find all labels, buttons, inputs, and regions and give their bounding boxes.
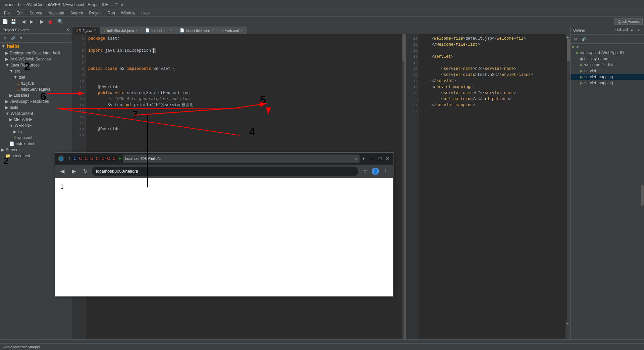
right-scroll-down[interactable]: ▼ <box>566 321 570 326</box>
toolbar-run[interactable]: ▶ <box>38 18 46 25</box>
browser-tab-close[interactable]: ✕ <box>355 157 358 161</box>
toolbar-new[interactable]: 📄 <box>1 18 9 25</box>
browser-chrome-icon-8[interactable]: C <box>112 156 117 161</box>
menu-navigate[interactable]: Navigate <box>46 10 67 16</box>
tree-webxml[interactable]: X web.xml <box>0 135 72 141</box>
project-close-icon[interactable]: ✕ <box>66 28 69 32</box>
outline-item-servlet[interactable]: ▶ servlet <box>571 68 644 74</box>
tab-insert-title[interactable]: 📄 Insert title here ✕ <box>176 27 218 34</box>
browser-chrome-icon-2[interactable]: C <box>78 156 83 161</box>
browser-bookmark[interactable]: ☆ <box>360 167 370 176</box>
tab-h2java[interactable]: J *h2.java ✕ <box>72 27 100 34</box>
tree-webcontent[interactable]: ▼ WebContent <box>0 111 72 117</box>
active-browser-tab[interactable]: localhost:8080/hello/a ✕ <box>123 155 360 163</box>
tab-helloservlet[interactable]: J helloServlet.java ✕ <box>100 27 142 34</box>
insert-tab-icon: 📄 <box>180 28 184 33</box>
browser-window: 🌐 2 C C C C C C C C + localhost:8080/hel… <box>55 152 393 297</box>
browser-chrome-icon-1[interactable]: C <box>72 156 77 161</box>
toolbar-debug[interactable]: 🐞 <box>46 18 54 25</box>
browser-tab-num[interactable]: 2 <box>67 156 72 161</box>
browser-forward[interactable]: ▶ <box>69 167 78 176</box>
outline-item-welcomelist[interactable]: ▶ welcome-file-list <box>571 62 644 68</box>
browser-chrome-icon-5[interactable]: C <box>95 156 100 161</box>
menu-file[interactable]: File <box>1 10 13 16</box>
tree-tset[interactable]: ▼ tset <box>0 74 72 80</box>
tree-js-resources[interactable]: ▶ JavaScript Resources <box>0 98 72 104</box>
maximize-button[interactable]: □ <box>115 2 118 7</box>
tree-h2java[interactable]: J h2.java <box>0 80 72 86</box>
hs-tab-close[interactable]: ✕ <box>135 29 138 32</box>
browser-chrome-icon-7[interactable]: C <box>106 156 111 161</box>
outline-link[interactable]: 🔗 <box>580 35 587 43</box>
outline-item-servletmapping1[interactable]: ▶ servlet-mapping <box>571 74 644 80</box>
toolbar-back[interactable]: ◀ <box>20 18 27 25</box>
browser-chrome-icon-4[interactable]: C <box>89 156 94 161</box>
outline-item-displayname[interactable]: ◆ display-name <box>571 56 644 62</box>
outline-tree[interactable]: ▶ xml ▶ web-app id=WebApp_ID ◆ display-n… <box>571 44 644 343</box>
browser-profile[interactable]: 👤 <box>372 168 379 175</box>
tree-metainf[interactable]: ▶ META-INF <box>0 117 72 123</box>
menu-help[interactable]: Help <box>139 10 153 16</box>
browser-favicon-icon: 🌐 <box>59 157 63 161</box>
browser-reload[interactable]: ↻ <box>80 167 90 176</box>
outline-vscrollbar[interactable] <box>640 185 644 252</box>
project-view-menu[interactable]: ▼ <box>17 34 25 42</box>
tree-libraries[interactable]: ▶ Libraries <box>0 92 72 98</box>
tree-deployment-descriptor[interactable]: ▶ Deployment Descriptor: helli <box>0 50 72 56</box>
insert-tab-close[interactable]: ✕ <box>211 29 214 32</box>
outline-close[interactable]: ✕ <box>636 28 641 33</box>
tree-jax-ws[interactable]: ▶ JAX-WS Web Services <box>0 56 72 62</box>
outline-hscrollbar[interactable] <box>570 339 644 343</box>
browser-chrome-icon-6[interactable]: C <box>100 156 105 161</box>
outline-item-servletmapping2[interactable]: ▶ servlet-mapping <box>571 80 644 86</box>
menu-edit[interactable]: Edit <box>14 10 26 16</box>
project-collapse-all[interactable]: ⊟ <box>1 34 9 42</box>
outline-menu[interactable]: ▼ <box>629 28 635 33</box>
browser-tab-new[interactable]: + <box>360 155 367 162</box>
tree-lib[interactable]: ▶ lib <box>0 129 72 135</box>
tree-java-resources[interactable]: ▼ Java Resources <box>0 62 72 68</box>
browser-minimize[interactable]: — <box>370 156 376 161</box>
toolbar-search[interactable]: 🔍 <box>57 18 64 25</box>
browser-close[interactable]: ✕ <box>384 156 390 161</box>
close-button[interactable]: ✕ <box>120 2 124 7</box>
editor-right[interactable]: 10111213141516171819202122 <welcome-file… <box>406 34 570 339</box>
menu-run[interactable]: Run <box>105 10 118 16</box>
browser-menu[interactable]: ⋮ <box>381 167 390 176</box>
menu-project[interactable]: Project <box>86 10 104 16</box>
right-vscrollbar[interactable] <box>567 34 570 339</box>
browser-back[interactable]: ◀ <box>58 167 67 176</box>
code-content-right[interactable]: <welcome-file>default.jsp</welcome-fil> … <box>419 34 570 339</box>
menu-search[interactable]: Search <box>67 10 86 16</box>
tab-index[interactable]: 📄 index.html ✕ <box>142 27 176 34</box>
toolbar-forward[interactable]: ▶ <box>28 18 35 25</box>
tab-webxml[interactable]: X web.xml ✕ <box>218 27 247 34</box>
browser-maximize[interactable]: □ <box>377 156 383 161</box>
split-handle[interactable] <box>404 34 406 339</box>
outline-item-webapp[interactable]: ▶ web-app id=WebApp_ID <box>571 50 644 56</box>
tree-webinf[interactable]: ▼ WEB-INF <box>0 123 72 129</box>
tree-helloservlet[interactable]: J helloServlet.java <box>0 86 72 92</box>
right-scroll-up[interactable]: ▲ <box>566 34 570 39</box>
tree-label-tset: tset <box>19 75 25 80</box>
h2java-tab-close[interactable]: ✕ <box>94 29 96 32</box>
tree-build[interactable]: ▶ build <box>0 104 72 111</box>
url-input[interactable] <box>92 167 358 176</box>
outline-task-list[interactable]: Task List <box>615 28 628 33</box>
toolbar-save[interactable]: 💾 <box>9 18 17 25</box>
tree-item-hello[interactable]: ▼ hello <box>0 43 72 50</box>
project-link-with-editor[interactable]: 🔗 <box>9 34 17 42</box>
browser-chrome-icon-3[interactable]: C <box>84 156 89 161</box>
tree-src[interactable]: ▼ src <box>0 68 72 74</box>
index-tab-close[interactable]: ✕ <box>170 29 172 32</box>
quick-access-button[interactable]: Quick Access <box>614 18 643 25</box>
outline-item-xml[interactable]: ▶ xml <box>571 44 644 50</box>
webxml-tab-close[interactable]: ✕ <box>240 29 243 32</box>
browser-plus-btn[interactable]: + <box>117 156 122 161</box>
outline-collapse[interactable]: ⊟ <box>572 35 579 43</box>
menu-window[interactable]: Window <box>118 10 138 16</box>
menu-source[interactable]: Source <box>27 10 45 16</box>
minimize-button[interactable]: — <box>108 2 113 7</box>
tree-indexhtml[interactable]: 📄 index.html <box>0 141 72 147</box>
titlebar-controls[interactable]: — □ ✕ <box>108 2 124 7</box>
